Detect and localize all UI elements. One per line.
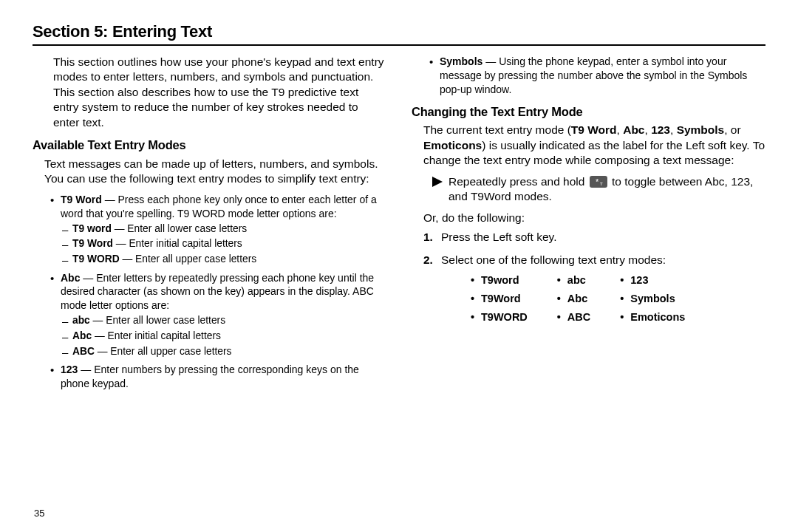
mode-option: ABC — [557, 310, 590, 324]
mode-grid: T9word T9Word T9WORD abc Abc ABC 123 Sym… — [471, 273, 765, 329]
abc-sub-item: abc — Enter all lower case letters — [72, 314, 386, 328]
left-column: This section outlines how use your phone… — [33, 55, 386, 398]
svg-text:*: * — [596, 177, 599, 186]
label: T9 Word — [61, 194, 102, 205]
manual-page: Section 5: Entering Text This section ou… — [0, 0, 798, 532]
text: — Using the phone keypad, enter a symbol… — [440, 55, 747, 95]
subheading-changing-mode: Changing the Text Entry Mode — [412, 104, 765, 120]
section-title: Section 5: Entering Text — [33, 22, 765, 41]
mode-option: 123 — [620, 273, 685, 287]
section-rule — [33, 44, 765, 46]
label: Symbols — [440, 55, 482, 67]
text: — Enter numbers by pressing the correspo… — [61, 364, 359, 389]
abc-sub-item: Abc — Enter initial capital letters — [72, 330, 386, 344]
t9-sub-item: T9 WORD — Enter all upper case letters — [72, 253, 386, 267]
svg-marker-0 — [432, 177, 443, 187]
svg-text:T: T — [600, 182, 603, 186]
text: — Press each phone key only once to ente… — [61, 194, 377, 219]
subheading-available-modes: Available Text Entry Modes — [33, 137, 386, 154]
modes-bullet-list: T9 Word — Press each phone key only once… — [33, 193, 386, 391]
two-column-layout: This section outlines how use your phone… — [33, 55, 765, 398]
arrow-instruction: Repeatedly press and hold *T to toggle b… — [432, 174, 765, 205]
abc-sub-item: ABC — Enter all upper case letters — [72, 345, 386, 359]
mode-option: Emoticons — [620, 310, 685, 324]
right-column: Symbols — Using the phone keypad, enter … — [412, 55, 765, 398]
mode-item-symbols: Symbols — Using the phone keypad, enter … — [440, 55, 765, 97]
abc-sublist: abc — Enter all lower case letters Abc —… — [61, 314, 386, 358]
mode-item-123: 123 — Enter numbers by pressing the corr… — [61, 363, 386, 391]
t9-sub-item: T9 Word — Enter initial capital letters — [72, 237, 386, 251]
t9-sub-item: T9 word — Enter all lower case letters — [72, 222, 386, 236]
mode-option: Abc — [557, 292, 590, 306]
available-modes-paragraph: Text messages can be made up of letters,… — [44, 157, 386, 187]
mode-item-t9word: T9 Word — Press each phone key only once… — [61, 193, 386, 267]
mode-option: T9Word — [471, 292, 528, 306]
star-key-icon: *T — [590, 176, 607, 188]
changing-mode-paragraph: The current text entry mode (T9 Word, Ab… — [423, 123, 765, 168]
page-number: 35 — [34, 508, 44, 519]
step-2: 2.Select one of the following text entry… — [423, 253, 765, 330]
t9-sublist: T9 word — Enter all lower case letters T… — [61, 222, 386, 267]
mode-option: abc — [557, 273, 590, 287]
modes-bullet-list-cont: Symbols — Using the phone keypad, enter … — [412, 55, 765, 97]
mode-col-1: T9word T9Word T9WORD — [471, 273, 528, 329]
mode-option: Symbols — [620, 292, 685, 306]
arrow-instruction-text: Repeatedly press and hold *T to toggle b… — [449, 174, 765, 205]
label: Abc — [61, 272, 80, 284]
mode-option: T9word — [471, 273, 528, 287]
or-line: Or, do the following: — [423, 211, 765, 225]
numbered-steps: 1.Press the Left soft key. 2.Select one … — [423, 230, 765, 329]
step-1: 1.Press the Left soft key. — [423, 230, 765, 245]
label: 123 — [61, 364, 78, 375]
text: — Enter letters by repeatedly pressing e… — [61, 272, 374, 312]
intro-paragraph: This section outlines how use your phone… — [53, 55, 386, 130]
play-arrow-icon — [432, 177, 443, 187]
mode-item-abc: Abc — Enter letters by repeatedly pressi… — [61, 271, 386, 359]
mode-col-2: abc Abc ABC — [557, 273, 590, 329]
mode-option: T9WORD — [471, 310, 528, 324]
mode-col-3: 123 Symbols Emoticons — [620, 273, 685, 329]
